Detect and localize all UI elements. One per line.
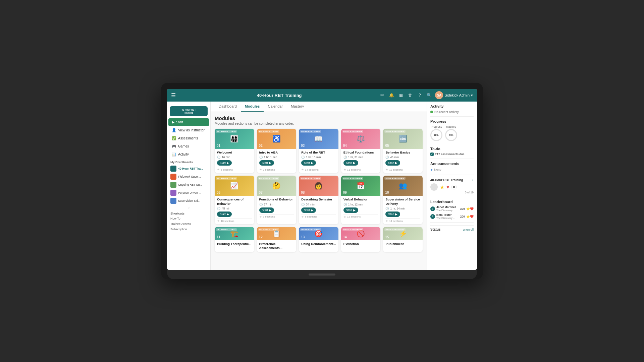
module-image-1: RBT 40 HOUR COURSE 👨‍👩‍👧‍👦 01 (215, 129, 254, 149)
chevron-down-icon[interactable]: ▾ (471, 93, 473, 98)
cp-progress-text: 0 of 19 (430, 191, 474, 194)
enrollment-item-ongoing[interactable]: Ongoing RBT Su... (167, 181, 210, 189)
tab-dashboard[interactable]: Dashboard (215, 102, 241, 112)
star-icon-8: ★ (301, 215, 304, 219)
module-sections-8: 6 sections (305, 215, 317, 218)
module-title-8: Describing Behavior (301, 197, 336, 201)
module-start-btn-3[interactable]: Start ▶ (301, 160, 316, 166)
play-icon-7: ▶ (269, 208, 271, 212)
trash-icon[interactable]: 🗑 (407, 92, 414, 99)
course-logo: 40 Hour RBTTraining (170, 106, 208, 116)
sidebar-item-view-instructor[interactable]: 👤 View as instructor (168, 126, 209, 134)
play-icon-3: ▶ (311, 161, 313, 165)
enrollment-item-rbt[interactable]: 40-Hour RBT Tra... (167, 165, 210, 173)
shortcut-how-to[interactable]: How To (167, 216, 210, 221)
course-progress-arrow-icon[interactable]: › (472, 178, 474, 182)
module-card-7: RBT 40 HOUR COURSE 🤔 07 Functions of Beh… (257, 176, 297, 224)
sidebar-item-start[interactable]: ▶ Start (168, 118, 209, 126)
todo-item: ✓ 212 assessments due (430, 153, 474, 156)
clock-icon-6: 🕐 (217, 207, 221, 210)
shortcuts-section-title: Shortcuts (167, 210, 210, 216)
status-label: Status (430, 228, 441, 231)
module-start-btn-8[interactable]: Start ▶ (301, 207, 316, 213)
star-icon-4: ★ (343, 168, 346, 171)
unenroll-button[interactable]: unenroll (463, 228, 474, 231)
grid-icon[interactable]: ▦ (397, 92, 404, 99)
modules-subtitle: Modules and sections can be completed in… (215, 122, 423, 125)
sidebar-item-games-label: Games (178, 144, 189, 148)
play-icon-1: ▶ (227, 161, 229, 165)
help-icon[interactable]: ? (416, 92, 423, 99)
lb-course-1: The Discovery ... (436, 209, 459, 212)
sidebar: 40 Hour RBTTraining ▶ Start 👤 View as in… (167, 102, 211, 270)
module-image-4: RBT 40 HOUR COURSE ⚖️ 04 (341, 129, 381, 149)
module-time-10: 🕐 1 hr, 14 min (385, 207, 420, 210)
modules-title: Modules (215, 115, 423, 121)
todo-section-title: To-do (430, 147, 474, 151)
lb-icons-1: ⭐❤️ (466, 207, 474, 210)
module-title-15: Punishment (385, 242, 420, 246)
module-time-8: 🕐 34 min (301, 203, 336, 206)
tab-modules[interactable]: Modules (241, 102, 264, 112)
leaderboard-item-1: 1 Janet Martinez The Discovery ... 300 ⭐… (430, 205, 474, 212)
activity-section-title: Activity (430, 104, 474, 108)
module-image-10: RBT 40 HOUR COURSE 👥 10 (383, 176, 423, 196)
module-time-6: 🕐 45 min (217, 207, 252, 210)
star-icon-5: ★ (385, 168, 388, 171)
module-card-13: RBT 40 HOUR COURSE 🎯 13 Using Reinforcem… (299, 227, 338, 252)
module-card-14: RBT 40 HOUR COURSE 🚫 14 Extinction (341, 227, 381, 252)
shortcut-trainee-access[interactable]: Trainee Access (167, 221, 210, 227)
module-start-btn-9[interactable]: Start ▶ (343, 207, 358, 213)
module-start-btn-4[interactable]: Start ▶ (343, 160, 358, 166)
module-sections-5: 13 sections (389, 168, 402, 171)
module-sections-9: 12 sections (347, 215, 361, 218)
enrollments-chevron-icon[interactable]: ⌄ (167, 205, 210, 210)
module-start-btn-2[interactable]: Start ▶ (259, 160, 274, 166)
module-start-btn-7[interactable]: Start ▶ (259, 207, 274, 213)
enrollments-section-title: My Enrollments (167, 159, 210, 165)
user-menu[interactable]: SA Sidekick Admin ▾ (435, 91, 473, 99)
hamburger-icon[interactable]: ☰ (171, 92, 176, 99)
bell-icon[interactable]: 🔔 (388, 92, 395, 99)
module-card-1: RBT 40 HOUR COURSE 👨‍👩‍👧‍👦 01 Welcome! 🕐… (215, 129, 254, 173)
tab-calendar[interactable]: Calendar (264, 102, 287, 112)
star-icon-7: ★ (259, 215, 262, 219)
module-sections-6: 10 sections (221, 220, 234, 223)
module-image-5: RBT 40 HOUR COURSE 🔤 05 (383, 129, 423, 149)
tabs-bar: Dashboard Modules Calendar Mastery (211, 102, 427, 112)
sidebar-item-games[interactable]: 🎮 Games (168, 142, 209, 150)
module-start-btn-1[interactable]: Start ▶ (217, 160, 232, 166)
enrollment-item-supervision[interactable]: Supervision Sid... (167, 197, 210, 205)
sidebar-item-activity[interactable]: 📊 Activity (168, 150, 209, 158)
lb-icons-2: ⭐❤️ (466, 215, 474, 218)
tab-mastery[interactable]: Mastery (287, 102, 308, 112)
module-image-7: RBT 40 HOUR COURSE 🤔 07 (257, 176, 297, 196)
module-sections-1: 5 sections (221, 168, 233, 171)
module-start-btn-6[interactable]: Start ▶ (217, 212, 232, 217)
cp-star-icon: ★ (440, 184, 444, 190)
clock-icon-3: 🕐 (301, 156, 305, 159)
lb-score-1: 300 (460, 207, 465, 210)
enrollment-item-fieldwork[interactable]: Fieldwork Super... (167, 173, 210, 181)
play-icon-8: ▶ (311, 208, 313, 212)
announcements-section-title: Announcements (430, 162, 474, 166)
module-title-5: Behavior Basics (385, 150, 420, 155)
leaderboard-item-2: 2 Beta Tester The Discovery ... 200 ⭐❤️ (430, 213, 474, 220)
search-icon[interactable]: 🔍 (426, 92, 432, 99)
enrollment-item-purpose[interactable]: Purpose-Driven ... (167, 189, 210, 197)
module-title-10: Supervision of Service Delivery (385, 197, 420, 206)
star-icon-2: ★ (259, 168, 262, 171)
email-icon[interactable]: ✉ (379, 92, 385, 99)
shortcut-subscription[interactable]: Subscription (167, 227, 210, 232)
module-start-btn-10[interactable]: Start ▶ (385, 212, 400, 217)
activity-text: No recent activity (434, 110, 459, 114)
module-sections-2: 7 sections (263, 168, 275, 171)
instructor-icon: 👤 (172, 128, 176, 132)
lb-rank-1: 1 (430, 206, 435, 211)
sidebar-item-assessments[interactable]: ✅ Assessments (168, 134, 209, 142)
module-start-btn-5[interactable]: Start ▶ (385, 160, 400, 166)
lb-rank-2: 2 (430, 214, 435, 219)
module-title-6: Consequences of Behavior (217, 197, 252, 206)
enrollment-name-fieldwork: Fieldwork Super... (178, 175, 201, 178)
lb-score-2: 200 (460, 215, 465, 218)
